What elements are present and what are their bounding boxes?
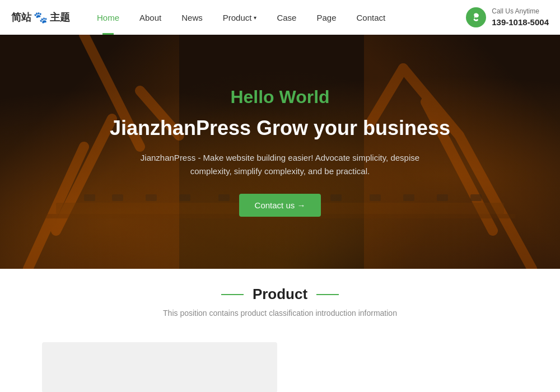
nav-item-case[interactable]: Case xyxy=(267,0,306,35)
product-card-placeholder xyxy=(42,342,277,392)
section-title-row: Product xyxy=(11,286,549,303)
title-line-left xyxy=(221,294,244,295)
chevron-down-icon: ▾ xyxy=(254,15,256,21)
product-section: Product This position contains product c… xyxy=(0,269,560,331)
phone-text: Call Us Anytime 139-1018-5004 xyxy=(492,7,549,28)
nav-item-contact[interactable]: Contact xyxy=(347,0,396,35)
hero-subtitle: Hello World xyxy=(110,87,450,108)
logo-text-right: 主题 xyxy=(50,11,70,24)
nav-item-home[interactable]: Home xyxy=(87,0,129,35)
hero-title: JianzhanPress Grow your business xyxy=(110,116,450,140)
hero-content: Hello World JianzhanPress Grow your busi… xyxy=(87,87,473,217)
logo-text-left: 简站 xyxy=(11,11,31,24)
contact-us-button[interactable]: Contact us → xyxy=(239,194,321,217)
logo-paw-icon: 🐾 xyxy=(34,11,48,24)
title-line-right xyxy=(316,294,339,295)
phone-section: Call Us Anytime 139-1018-5004 xyxy=(466,7,549,28)
nav-item-news[interactable]: News xyxy=(171,0,213,35)
phone-label: Call Us Anytime xyxy=(492,7,549,16)
logo[interactable]: 简站 🐾 主题 xyxy=(11,11,70,24)
phone-icon xyxy=(466,7,486,27)
nav-item-page[interactable]: Page xyxy=(306,0,346,35)
product-section-title: Product xyxy=(253,286,307,303)
hero-section: Hello World JianzhanPress Grow your busi… xyxy=(0,35,560,269)
navbar: 简站 🐾 主题 Home About News Product ▾ Case P… xyxy=(0,0,560,35)
nav-item-about[interactable]: About xyxy=(129,0,171,35)
nav-links: Home About News Product ▾ Case Page Cont… xyxy=(87,0,466,35)
nav-item-product[interactable]: Product ▾ xyxy=(213,0,267,35)
phone-number: 139-1018-5004 xyxy=(492,16,549,28)
svg-point-0 xyxy=(475,14,478,17)
product-section-description: This position contains product classific… xyxy=(11,309,549,318)
hero-description: JianzhanPress - Make website building ea… xyxy=(134,151,426,178)
